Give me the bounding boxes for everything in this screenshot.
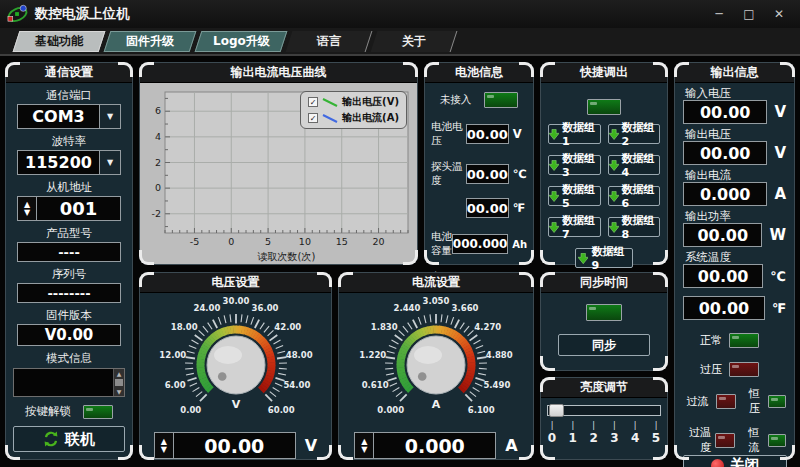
tab-label: Logo升级 [213, 33, 270, 50]
voltage-set-value[interactable]: 00.00 [174, 433, 295, 458]
firmware-version-display: V0.00 [17, 324, 121, 346]
voltage-series-checkbox[interactable] [308, 97, 318, 107]
close-button-label: 关闭 [730, 456, 760, 467]
svg-text:42.00: 42.00 [274, 322, 301, 332]
slave-address-stepper[interactable]: ▲▼ 001 [17, 196, 121, 221]
probe-temp-label: 探头温度 [431, 160, 466, 188]
com-port-label: 通信端口 [46, 88, 92, 103]
scroll-up-icon[interactable]: ▲ [114, 369, 124, 378]
output-current-display: 0.000 [683, 182, 767, 206]
output-current-unit: A [774, 185, 786, 203]
chevron-down-icon[interactable]: ▼ [99, 105, 120, 128]
stepper-up-down-icons[interactable]: ▲▼ [355, 433, 374, 458]
scrollbar-thumb[interactable] [115, 379, 123, 386]
data-group-3-button[interactable]: 数据组3 [548, 155, 601, 175]
app-logo-icon [6, 4, 29, 25]
panel-title: 通信设置 [6, 63, 132, 83]
battery-voltage-display: 00.00 [466, 124, 509, 144]
minimize-button[interactable]: ─ [704, 4, 734, 24]
baud-rate-select[interactable]: 115200 ▼ [17, 150, 121, 175]
svg-text:15: 15 [336, 236, 348, 247]
output-power-unit: W [769, 226, 786, 244]
data-group-7-button[interactable]: 数据组7 [548, 217, 601, 237]
svg-text:读取次数(次): 读取次数(次) [258, 251, 316, 262]
voltage-knob[interactable]: 0.006.0012.0018.0024.0030.0036.0042.0048… [141, 293, 331, 430]
scroll-down-icon[interactable]: ▼ [114, 387, 124, 396]
battery-voltage-label: 电池电压 [431, 120, 466, 148]
svg-text:0.610: 0.610 [362, 380, 389, 390]
current-stepper[interactable]: ▲▼ 0.000 [354, 432, 496, 459]
slider-handle[interactable] [549, 404, 564, 417]
system-temp-f-unit: ℉ [772, 301, 786, 316]
data-group-5-button[interactable]: 数据组5 [548, 186, 601, 206]
tab-about[interactable]: 关于 [371, 31, 458, 52]
slider-tick-marks: |||||| [545, 421, 663, 430]
current-series-checkbox[interactable] [308, 113, 318, 123]
current-set-unit: A [505, 436, 517, 455]
data-group-2-button[interactable]: 数据组2 [608, 124, 661, 144]
panel-battery-info: 电池信息 未接入 电池电压 00.00 V 探头温度 00.00 ℃ 00.00… [424, 62, 534, 265]
tab-basic-functions[interactable]: 基础功能 [13, 31, 106, 52]
power-off-icon [711, 459, 724, 467]
output-close-button[interactable]: 关闭 [683, 455, 787, 467]
system-temp-c-unit: ℃ [770, 269, 786, 284]
voltage-stepper[interactable]: ▲▼ 00.00 [154, 432, 296, 459]
stepper-up-down-icons[interactable]: ▲▼ [155, 433, 174, 458]
svg-text:-2: -2 [152, 208, 161, 219]
battery-status-led [484, 92, 518, 108]
input-voltage-label: 输入电压 [685, 86, 786, 100]
status-constant-current-label: 恒流 [748, 425, 763, 455]
panel-sync-time: 同步时间 同步 [540, 272, 668, 371]
com-port-select[interactable]: COM3 ▼ [17, 104, 121, 129]
svg-text:60.00: 60.00 [267, 405, 294, 415]
svg-text:-5: -5 [190, 236, 199, 247]
svg-text:18.00: 18.00 [170, 322, 197, 332]
svg-text:2.440: 2.440 [393, 303, 420, 313]
panel-quick-recall: 快捷调出 数据组1 数据组2 数据组3 数据组4 数据组5 数据组6 数据组7 … [540, 62, 668, 265]
brightness-slider[interactable] [547, 405, 661, 416]
tab-language[interactable]: 语言 [286, 31, 373, 52]
download-icon [578, 253, 588, 264]
firmware-version-label: 固件版本 [46, 308, 92, 323]
svg-text:12.00: 12.00 [159, 350, 186, 360]
data-group-8-button[interactable]: 数据组8 [608, 217, 661, 237]
probe-temp-c-unit: ℃ [513, 167, 527, 181]
stepper-up-down-icons[interactable]: ▲▼ [18, 197, 37, 220]
scrollbar[interactable]: ▲ ▼ [113, 369, 124, 396]
mode-info-textarea[interactable]: ▲ ▼ [13, 368, 125, 397]
svg-text:5: 5 [265, 236, 271, 247]
svg-text:0.000: 0.000 [377, 405, 404, 415]
key-unlock-led [83, 405, 113, 419]
chevron-down-icon[interactable]: ▼ [99, 151, 120, 174]
data-group-label: 数据组6 [622, 182, 659, 210]
tab-firmware-upgrade[interactable]: 固件升级 [104, 31, 197, 52]
legend-entry-voltage: 输出电压(V) [308, 95, 399, 109]
slave-address-value[interactable]: 001 [37, 197, 120, 220]
data-group-label: 数据组5 [562, 182, 599, 210]
current-knob[interactable]: 0.0000.6101.2201.8302.4403.0503.6604.270… [341, 293, 531, 430]
sync-status-led [586, 304, 622, 321]
tab-logo-upgrade[interactable]: Logo升级 [195, 31, 288, 52]
data-group-6-button[interactable]: 数据组6 [608, 186, 661, 206]
svg-text:36.00: 36.00 [251, 303, 278, 313]
panel-title: 快捷调出 [541, 63, 667, 83]
panel-title: 亮度调节 [541, 378, 667, 398]
window-close-button[interactable]: ✕ [764, 4, 794, 24]
svg-text:5.490: 5.490 [483, 380, 510, 390]
maximize-button[interactable]: □ [734, 4, 764, 24]
data-group-4-button[interactable]: 数据组4 [608, 155, 661, 175]
data-group-label: 数据组4 [622, 151, 659, 179]
data-group-9-button[interactable]: 数据组9 [575, 248, 633, 268]
window-titlebar: 数控电源上位机 ─ □ ✕ [0, 0, 800, 28]
download-icon [609, 129, 619, 140]
connect-button[interactable]: 联机 [13, 426, 125, 452]
data-group-1-button[interactable]: 数据组1 [548, 124, 601, 144]
svg-text:6.100: 6.100 [468, 405, 495, 415]
data-group-grid: 数据组1 数据组2 数据组3 数据组4 数据组5 数据组6 数据组7 数据组8 … [541, 115, 667, 268]
download-icon [549, 160, 559, 171]
mode-info-label: 模式信息 [46, 351, 92, 366]
current-set-value[interactable]: 0.000 [374, 433, 495, 458]
sync-button[interactable]: 同步 [558, 334, 650, 356]
status-constant-current-led [768, 434, 786, 447]
output-voltage-display: 00.00 [683, 141, 767, 165]
